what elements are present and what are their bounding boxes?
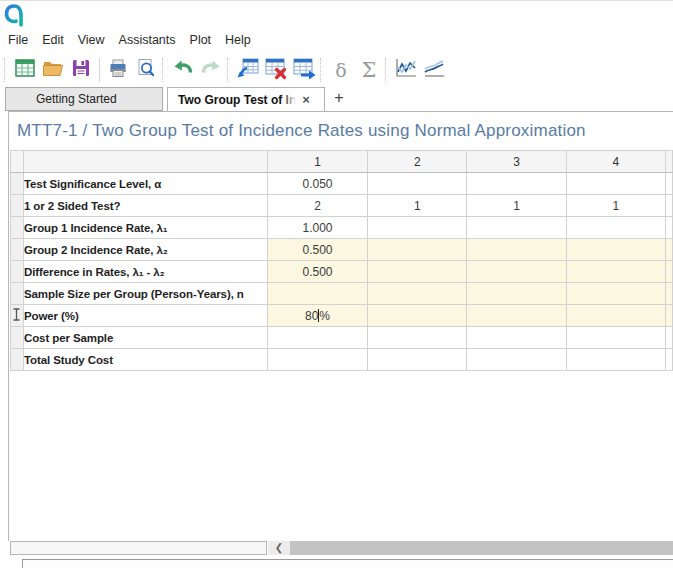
row-selector[interactable]	[11, 239, 24, 261]
cell[interactable]	[566, 305, 665, 327]
cell[interactable]	[368, 283, 467, 305]
cell[interactable]	[566, 261, 665, 283]
cell[interactable]	[467, 283, 566, 305]
menu-help[interactable]: Help	[218, 31, 258, 49]
app-logo-icon	[3, 2, 27, 28]
cell[interactable]	[566, 173, 665, 195]
cell[interactable]: 0.500	[267, 239, 367, 261]
toolbar: δ Σ	[0, 53, 673, 87]
row-label[interactable]: Test Significance Level, α	[23, 173, 267, 195]
column-header-3[interactable]: 3	[467, 151, 566, 173]
tab-close-icon[interactable]: ×	[298, 92, 314, 108]
cell[interactable]	[267, 327, 367, 349]
cell[interactable]	[666, 349, 673, 371]
menu-assistants[interactable]: Assistants	[112, 31, 183, 49]
save-button[interactable]	[67, 56, 95, 84]
horizontal-scrollbar-thumb[interactable]	[290, 541, 673, 555]
menu-file[interactable]: File	[8, 31, 35, 49]
delta-button[interactable]: δ	[327, 56, 355, 84]
row-selector[interactable]	[11, 195, 24, 217]
row-label[interactable]: Power (%)	[23, 305, 267, 327]
cell[interactable]	[368, 239, 467, 261]
cell[interactable]: 0.050	[267, 173, 367, 195]
cell[interactable]: 1.000	[267, 217, 367, 239]
cell[interactable]	[467, 305, 566, 327]
undo-button[interactable]	[169, 56, 197, 84]
column-header-partial[interactable]	[666, 151, 673, 173]
cell[interactable]	[368, 349, 467, 371]
menu-edit[interactable]: Edit	[35, 31, 71, 49]
cell[interactable]: 1	[566, 195, 665, 217]
cell-editing[interactable]: 80%	[267, 305, 367, 327]
column-header-4[interactable]: 4	[566, 151, 665, 173]
insert-column-button[interactable]	[234, 56, 262, 84]
cell[interactable]: 2	[267, 195, 367, 217]
menu-view[interactable]: View	[71, 31, 112, 49]
row-selector[interactable]	[11, 173, 24, 195]
table-delete-x-icon	[263, 56, 289, 84]
row-selector[interactable]	[11, 261, 24, 283]
cell[interactable]	[467, 349, 566, 371]
row-label[interactable]: 1 or 2 Sided Test?	[23, 195, 267, 217]
column-header-1[interactable]: 1	[267, 151, 367, 173]
cell[interactable]	[566, 349, 665, 371]
column-header-2[interactable]: 2	[368, 151, 467, 173]
print-button[interactable]	[104, 56, 132, 84]
cell[interactable]	[566, 217, 665, 239]
sigma-button[interactable]: Σ	[355, 56, 383, 84]
cell[interactable]	[467, 217, 566, 239]
row-selector[interactable]	[11, 349, 24, 371]
scatter-plot-button[interactable]	[392, 56, 420, 84]
row-selector[interactable]	[11, 217, 24, 239]
cell[interactable]	[566, 327, 665, 349]
cell[interactable]	[566, 239, 665, 261]
cell[interactable]: 0.500	[267, 261, 367, 283]
cell[interactable]	[666, 195, 673, 217]
cell[interactable]	[467, 239, 566, 261]
label-column-header[interactable]	[23, 151, 267, 173]
redo-button[interactable]	[197, 56, 225, 84]
tab-two-group-test[interactable]: Two Group Test of Inci ×	[167, 87, 325, 111]
cell[interactable]	[467, 173, 566, 195]
cell[interactable]	[666, 283, 673, 305]
cell[interactable]	[368, 305, 467, 327]
row-label[interactable]: Sample Size per Group (Person-Years), n	[23, 283, 267, 305]
cell[interactable]	[666, 305, 673, 327]
cell[interactable]	[666, 327, 673, 349]
shift-column-button[interactable]	[290, 56, 318, 84]
cell[interactable]	[267, 349, 367, 371]
cell[interactable]: 1	[368, 195, 467, 217]
row-label[interactable]: Total Study Cost	[23, 349, 267, 371]
cell[interactable]	[666, 173, 673, 195]
tab-getting-started[interactable]: Getting Started	[5, 87, 163, 111]
cell[interactable]	[368, 327, 467, 349]
corner-cell[interactable]	[11, 151, 24, 173]
scroll-left-button[interactable]: ❮	[268, 541, 290, 555]
row-selector[interactable]	[11, 283, 24, 305]
cell[interactable]	[666, 239, 673, 261]
cell[interactable]	[368, 217, 467, 239]
cell[interactable]	[368, 261, 467, 283]
cell[interactable]	[467, 327, 566, 349]
row-selector-editing[interactable]	[11, 305, 24, 327]
print-preview-button[interactable]	[132, 56, 160, 84]
row-label[interactable]: Cost per Sample	[23, 327, 267, 349]
new-tab-button[interactable]: +	[330, 87, 348, 109]
cell[interactable]	[467, 261, 566, 283]
new-spreadsheet-button[interactable]	[11, 56, 39, 84]
line-plot-button[interactable]	[420, 56, 448, 84]
open-file-button[interactable]	[39, 56, 67, 84]
cell[interactable]	[368, 173, 467, 195]
cell[interactable]	[666, 261, 673, 283]
row-label[interactable]: Group 2 Incidence Rate, λ₂	[23, 239, 267, 261]
cell[interactable]	[666, 217, 673, 239]
row-label[interactable]: Group 1 Incidence Rate, λ₁	[23, 217, 267, 239]
cell[interactable]	[566, 283, 665, 305]
menu-plot[interactable]: Plot	[183, 31, 219, 49]
toolbar-grip	[385, 58, 390, 82]
row-selector[interactable]	[11, 327, 24, 349]
row-label[interactable]: Difference in Rates, λ₁ - λ₂	[23, 261, 267, 283]
delete-column-button[interactable]	[262, 56, 290, 84]
cell[interactable]	[267, 283, 367, 305]
cell[interactable]: 1	[467, 195, 566, 217]
